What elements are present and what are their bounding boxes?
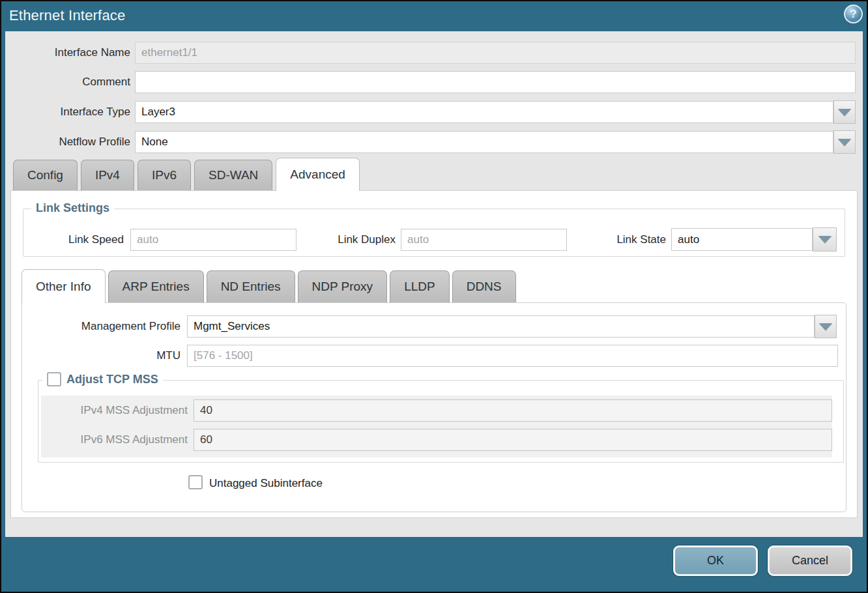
ipv6-mss-label: IPv6 MSS Adjustment (52, 429, 188, 451)
link-state-dropdown-button[interactable] (813, 227, 837, 252)
comment-input[interactable] (135, 71, 856, 93)
ethernet-interface-dialog: Ethernet Interface ? Interface Name Comm… (0, 0, 868, 593)
mtu-label: MTU (26, 345, 181, 367)
chevron-down-icon (838, 109, 851, 116)
link-duplex-label: Link Duplex (306, 229, 396, 251)
interface-type-dropdown-button[interactable] (833, 100, 856, 124)
adjust-tcp-mss-checkbox[interactable] (47, 372, 61, 386)
link-speed-input[interactable] (130, 229, 297, 251)
cancel-button[interactable]: Cancel (768, 545, 852, 576)
tab-lldp[interactable]: LLDP (390, 270, 450, 302)
tab-arp-entries[interactable]: ARP Entries (108, 270, 204, 302)
tab-config[interactable]: Config (13, 160, 78, 190)
chevron-down-icon (838, 139, 851, 146)
mtu-input[interactable] (187, 345, 838, 367)
link-duplex-input[interactable] (401, 229, 567, 251)
chevron-down-icon (819, 323, 832, 330)
comment-label: Comment (7, 71, 130, 93)
tab-ddns[interactable]: DDNS (452, 270, 516, 302)
tab-nd-entries[interactable]: ND Entries (207, 270, 295, 302)
dialog-title: Ethernet Interface (9, 7, 125, 24)
tab-other-info[interactable]: Other Info (22, 269, 106, 303)
management-profile-dropdown-button[interactable] (815, 315, 837, 338)
ok-button[interactable]: OK (673, 545, 758, 576)
tab-ndp-proxy[interactable]: NDP Proxy (298, 270, 388, 302)
main-tabstrip: Config IPv4 IPv6 SD-WAN Advanced (13, 158, 360, 190)
link-speed-label: Link Speed (36, 229, 124, 251)
link-settings-legend: Link Settings (31, 201, 114, 215)
netflow-profile-label: Netflow Profile (7, 131, 130, 153)
netflow-profile-input[interactable] (135, 131, 833, 153)
link-state-input[interactable] (671, 228, 813, 251)
ipv4-mss-input (194, 399, 832, 422)
tab-sd-wan[interactable]: SD-WAN (194, 160, 272, 190)
adjust-tcp-mss-legend: Adjust TCP MSS (66, 373, 158, 386)
chevron-down-icon (818, 236, 832, 243)
netflow-profile-dropdown-button[interactable] (833, 130, 856, 154)
untagged-subinterface-checkbox[interactable] (188, 475, 203, 489)
interface-type-input[interactable] (135, 101, 833, 123)
management-profile-input[interactable] (187, 315, 815, 338)
untagged-subinterface-label: Untagged Subinterface (209, 477, 323, 490)
ipv4-mss-label: IPv4 MSS Adjustment (52, 399, 188, 422)
interface-name-label: Interface Name (7, 42, 130, 64)
tab-advanced[interactable]: Advanced (276, 158, 360, 191)
help-icon[interactable]: ? (844, 5, 863, 23)
interface-type-label: Interface Type (7, 101, 130, 123)
ipv6-mss-input (194, 429, 832, 451)
inner-tabstrip: Other Info ARP Entries ND Entries NDP Pr… (22, 269, 516, 302)
tab-ipv4[interactable]: IPv4 (81, 160, 134, 190)
tab-ipv6[interactable]: IPv6 (137, 160, 191, 190)
management-profile-label: Management Profile (26, 315, 181, 338)
interface-name-input (135, 42, 856, 64)
link-state-label: Link State (554, 229, 666, 251)
